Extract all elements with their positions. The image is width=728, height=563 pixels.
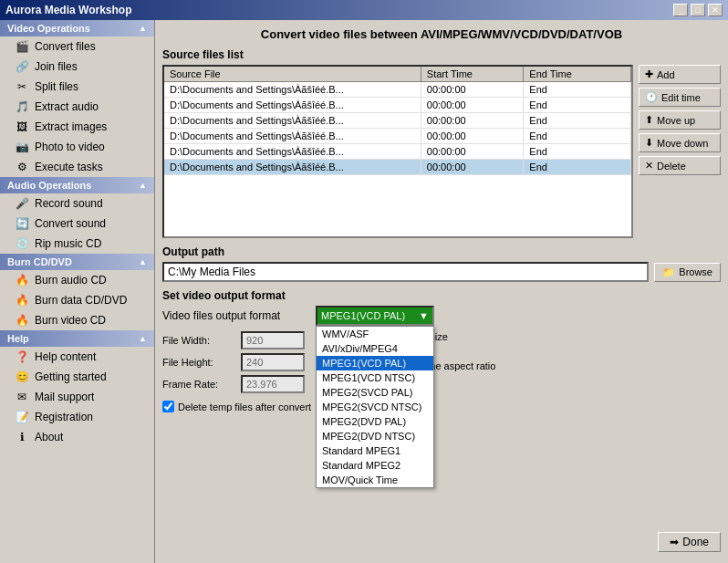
done-button[interactable]: ➡ Done (658, 532, 721, 552)
delete-temp-label: Delete temp files after convert (178, 401, 311, 412)
close-button[interactable]: ✕ (708, 4, 723, 16)
dropdown-item-mpeg1-vcd-pal[interactable]: MPEG1(VCD PAL) (317, 356, 433, 370)
about-icon: ℹ (15, 430, 29, 444)
files-area: Source File Start Time End Time D:\Docum… (162, 65, 721, 238)
start-time-cell: 00:00:00 (421, 82, 524, 98)
dropdown-item-mpeg2-svcd-ntsc[interactable]: MPEG2(SVCD NTSC) (317, 400, 433, 414)
burn-cd-arrow: ▲ (139, 257, 147, 266)
browse-button[interactable]: 📁 Browse (654, 263, 721, 282)
width-row: File Width: (162, 331, 311, 349)
end-time-cell: End (524, 144, 631, 160)
dropdown-arrow-icon: ▼ (419, 310, 429, 321)
table-row[interactable]: D:\Documents and Settings\Àãšîéé.B... 00… (164, 113, 631, 129)
output-path-input[interactable] (162, 262, 649, 282)
frame-rate-input[interactable] (241, 375, 305, 393)
sidebar-item-about[interactable]: ℹ About (0, 427, 154, 447)
file-cell: D:\Documents and Settings\Àãšîéé.B... (164, 98, 421, 113)
move-down-button[interactable]: ⬇ Move down (639, 133, 721, 152)
format-dropdown[interactable]: WMV/ASF AVI/xDiv/MPEG4 MPEG1(VCD PAL) MP… (316, 326, 434, 488)
registration-icon: 📝 (15, 410, 29, 424)
extract-images-icon: 🖼 (15, 120, 29, 134)
output-path-row: 📁 Browse (162, 262, 721, 282)
sidebar-item-extract-audio[interactable]: 🎵 Extract audio (0, 97, 154, 117)
dropdown-item-wmv[interactable]: WMV/ASF (317, 327, 433, 341)
dropdown-item-standard-mpeg1[interactable]: Standard MPEG1 (317, 443, 433, 458)
sidebar-item-burn-audio-cd[interactable]: 🔥 Burn audio CD (0, 270, 154, 290)
audio-ops-header[interactable]: Audio Operations ▲ (0, 177, 154, 193)
table-row[interactable]: D:\Documents and Settings\Àãšîéé.B... 00… (164, 160, 631, 175)
end-time-cell: End (524, 160, 631, 175)
dropdown-item-standard-mpeg2[interactable]: Standard MPEG2 (317, 458, 433, 473)
page-title: Convert video files between AVI/MPEG/WMV… (162, 27, 721, 41)
format-section-label: Set video output format (162, 289, 721, 302)
burn-cd-header[interactable]: Burn CD/DVD ▲ (0, 254, 154, 270)
delete-icon: ✕ (645, 160, 653, 172)
getting-started-icon: 😊 (15, 370, 29, 384)
sidebar-item-convert-sound[interactable]: 🔄 Convert sound (0, 214, 154, 234)
dropdown-item-mpeg2-dvd-pal[interactable]: MPEG2(DVD PAL) (317, 414, 433, 429)
help-arrow: ▲ (139, 334, 147, 343)
frame-rate-label: Frame Rate: (162, 379, 235, 390)
table-buttons: ✚ Add 🕐 Edit time ⬆ Move up ⬇ Move down … (639, 65, 721, 238)
add-button[interactable]: ✚ Add (639, 65, 721, 84)
window-controls[interactable]: _ □ ✕ (673, 4, 723, 16)
mail-support-icon: ✉ (15, 390, 29, 404)
sidebar-item-join-files[interactable]: 🔗 Join files (0, 57, 154, 77)
dropdown-item-mpeg2-svcd-pal[interactable]: MPEG2(SVCD PAL) (317, 385, 433, 400)
height-input[interactable] (241, 353, 305, 371)
table-row[interactable]: D:\Documents and Settings\Àãšîéé.B... 00… (164, 144, 631, 160)
table-row[interactable]: D:\Documents and Settings\Àãšîéé.B... 00… (164, 98, 631, 113)
file-table-container[interactable]: Source File Start Time End Time D:\Docum… (162, 65, 633, 238)
sidebar-item-record-sound[interactable]: 🎤 Record sound (0, 193, 154, 214)
table-row[interactable]: D:\Documents and Settings\Àãšîéé.B... 00… (164, 82, 631, 98)
delete-temp-checkbox[interactable] (162, 401, 174, 412)
dropdown-item-mpeg1-vcd-ntsc[interactable]: MPEG1(VCD NTSC) (317, 370, 433, 385)
sidebar-item-burn-data-cd[interactable]: 🔥 Burn data CD/DVD (0, 290, 154, 310)
execute-tasks-icon: ⚙ (15, 160, 29, 174)
format-select-display[interactable]: MPEG1(VCD PAL) ▼ (316, 306, 434, 326)
dropdown-item-mpeg2-dvd-ntsc[interactable]: MPEG2(DVD NTSC) (317, 429, 433, 443)
sidebar-item-rip-music-cd[interactable]: 💿 Rip music CD (0, 234, 154, 254)
table-row[interactable]: D:\Documents and Settings\Àãšîéé.B... 00… (164, 129, 631, 144)
sidebar-item-convert-files[interactable]: 🎬 Convert files (0, 36, 154, 57)
maximize-button[interactable]: □ (691, 4, 705, 16)
sidebar-item-help-content[interactable]: ❓ Help content (0, 347, 154, 367)
sidebar-item-execute-tasks[interactable]: ⚙ Execute tasks (0, 157, 154, 177)
col-source-file: Source File (164, 67, 421, 82)
delete-button[interactable]: ✕ Delete (639, 156, 721, 175)
height-row: File Height: (162, 353, 311, 371)
video-ops-header[interactable]: Video Operations ▲ (0, 20, 154, 36)
dropdown-item-mov[interactable]: MOV/Quick Time (317, 473, 433, 487)
file-cell: D:\Documents and Settings\Àãšîéé.B... (164, 144, 421, 160)
sidebar-item-mail-support[interactable]: ✉ Mail support (0, 387, 154, 407)
start-time-cell: 00:00:00 (421, 98, 524, 113)
sidebar-item-burn-video-cd[interactable]: 🔥 Burn video CD (0, 310, 154, 330)
sidebar-item-split-files[interactable]: ✂ Split files (0, 77, 154, 97)
edit-time-button[interactable]: 🕐 Edit time (639, 88, 721, 107)
sidebar-item-getting-started[interactable]: 😊 Getting started (0, 367, 154, 387)
sidebar-item-extract-images[interactable]: 🖼 Extract images (0, 117, 154, 137)
format-fields: File Width: File Height: Frame Rate: Del… (162, 331, 311, 412)
move-down-icon: ⬇ (645, 137, 653, 149)
help-header[interactable]: Help ▲ (0, 330, 154, 347)
format-controls-row: File Width: File Height: Frame Rate: Del… (162, 331, 721, 412)
col-end-time: End Time (524, 67, 631, 82)
sidebar-item-registration[interactable]: 📝 Registration (0, 407, 154, 427)
sidebar: Video Operations ▲ 🎬 Convert files 🔗 Joi… (0, 20, 155, 563)
delete-temp-row: Delete temp files after convert (162, 401, 311, 412)
file-cell: D:\Documents and Settings\Àãšîéé.B... (164, 129, 421, 144)
frame-rate-row: Frame Rate: (162, 375, 311, 393)
dropdown-item-avi[interactable]: AVI/xDiv/MPEG4 (317, 341, 433, 356)
output-path-label: Output path (162, 245, 721, 258)
width-input[interactable] (241, 331, 305, 349)
sidebar-item-photo-to-video[interactable]: 📷 Photo to video (0, 137, 154, 157)
help-content-icon: ❓ (15, 349, 29, 364)
file-cell: D:\Documents and Settings\Àãšîéé.B... (164, 113, 421, 129)
start-time-cell: 00:00:00 (421, 129, 524, 144)
minimize-button[interactable]: _ (673, 4, 688, 16)
move-up-button[interactable]: ⬆ Move up (639, 110, 721, 130)
title-bar: Aurora Media Workshop _ □ ✕ (0, 0, 728, 20)
format-row: Video files output format MPEG1(VCD PAL)… (162, 306, 721, 326)
burn-data-cd-icon: 🔥 (15, 293, 29, 308)
col-start-time: Start Time (421, 67, 524, 82)
